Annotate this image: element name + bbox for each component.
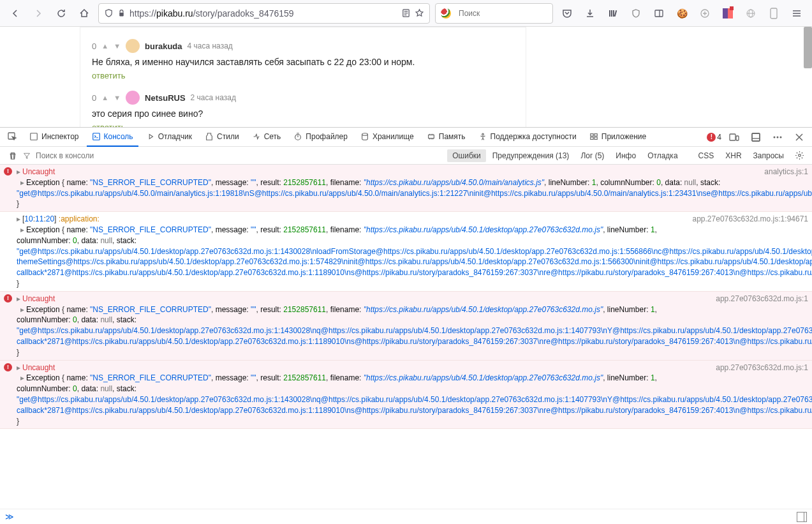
console-settings-icon[interactable] (790, 147, 808, 165)
url-bar[interactable]: https://pikabu.ru/story/paradoks_8476159 (98, 3, 430, 24)
home-button[interactable] (75, 4, 93, 22)
responsive-mode-icon[interactable] (725, 128, 743, 146)
svg-rect-5 (609, 10, 610, 17)
upvote-icon[interactable]: ▲ (101, 94, 108, 101)
svg-rect-31 (736, 136, 739, 140)
console-message: ▸[10:11:20] :application:▸Exception { na… (0, 212, 812, 292)
tab-profiler[interactable]: Профайлер (288, 128, 353, 147)
filter-xhr[interactable]: XHR (720, 149, 746, 162)
forward-button[interactable] (29, 4, 47, 22)
inspect-element-icon[interactable] (4, 128, 22, 146)
ext-4-icon[interactable] (742, 4, 760, 22)
username[interactable]: burakuda (145, 41, 182, 51)
svg-rect-15 (771, 8, 777, 19)
svg-point-40 (798, 154, 801, 157)
filter-info[interactable]: Инфо (610, 149, 641, 162)
tab-debugger[interactable]: Отладчик (141, 128, 197, 147)
library-icon[interactable] (604, 4, 622, 22)
avatar[interactable] (126, 91, 140, 105)
avatar[interactable] (126, 39, 140, 53)
svg-point-23 (362, 133, 368, 135)
console-output[interactable]: !▸Uncaught▸Exception { name: "NS_ERROR_F… (0, 165, 812, 509)
reader-mode-icon[interactable] (401, 8, 411, 18)
svg-point-25 (482, 133, 484, 135)
filter-debug[interactable]: Отладка (642, 149, 683, 162)
devtools: Инспектор Консоль Отладчик Стили Сеть Пр… (0, 127, 812, 524)
svg-point-35 (774, 136, 776, 138)
search-input[interactable] (459, 9, 547, 18)
filter-requests[interactable]: Запросы (748, 149, 789, 162)
filter-icon (23, 152, 31, 160)
filter-log[interactable]: Лог (5) (575, 149, 609, 162)
back-button[interactable] (6, 4, 24, 22)
tab-network[interactable]: Сеть (247, 128, 286, 147)
tab-memory[interactable]: Память (422, 128, 471, 147)
svg-rect-27 (594, 133, 597, 136)
ext-shield-icon[interactable] (627, 4, 645, 22)
error-icon: ! (4, 167, 12, 176)
svg-rect-24 (428, 135, 434, 138)
expand-twisty-icon[interactable]: ▸ (17, 363, 20, 373)
comment-body: это серия про синее вино? (92, 109, 514, 119)
comment-body: Не бляха, я именно научился заставлять с… (92, 57, 514, 67)
upvote-icon[interactable]: ▲ (101, 42, 108, 50)
expand-twisty-icon[interactable]: ▸ (20, 373, 24, 384)
filter-warnings[interactable]: Предупреждения (13) (487, 149, 575, 162)
message-location[interactable]: app.27e0763c632d.mo.js:1 (716, 363, 808, 427)
tab-styles[interactable]: Стили (200, 128, 244, 147)
console-filter-input[interactable] (36, 151, 446, 160)
comment-rating: 0 (92, 41, 96, 51)
expand-twisty-icon[interactable]: ▸ (17, 167, 20, 177)
svg-point-37 (780, 136, 782, 138)
console-message: !▸Uncaught▸Exception { name: "NS_ERROR_F… (0, 292, 812, 361)
scrollbar-thumb[interactable] (804, 27, 812, 68)
svg-rect-9 (655, 10, 663, 17)
bookmark-star-icon[interactable] (415, 8, 424, 18)
comment: 0 ▲ ▼ NetsuRUS 2 часа назад это серия пр… (92, 86, 514, 127)
console-filter-bar: Ошибки Предупреждения (13) Лог (5) Инфо … (0, 147, 812, 165)
expand-twisty-icon[interactable]: ▸ (20, 225, 24, 236)
split-console-icon[interactable] (797, 512, 807, 522)
hamburger-menu-icon[interactable] (788, 4, 806, 22)
downvote-icon[interactable]: ▼ (114, 94, 121, 101)
dock-side-icon[interactable] (747, 128, 765, 146)
expand-twisty-icon[interactable]: ▸ (17, 214, 20, 225)
more-icon[interactable] (769, 128, 786, 146)
downvote-icon[interactable]: ▼ (114, 42, 121, 50)
expand-twisty-icon[interactable]: ▸ (20, 304, 24, 315)
ext-1-icon[interactable]: 🍪 (673, 4, 691, 22)
tab-console[interactable]: Консоль (87, 128, 138, 147)
devtools-toolbar: Инспектор Консоль Отладчик Стили Сеть Пр… (0, 128, 812, 147)
ext-2-icon[interactable] (696, 4, 714, 22)
sidebar-icon[interactable] (650, 4, 668, 22)
close-devtools-icon[interactable] (790, 128, 808, 146)
ext-3-icon[interactable] (719, 4, 737, 22)
tab-inspector[interactable]: Инспектор (24, 128, 84, 147)
username[interactable]: NetsuRUS (145, 93, 186, 103)
expand-twisty-icon[interactable]: ▸ (20, 177, 24, 188)
message-location[interactable]: app.27e0763c632d.mo.js:1:94671 (693, 214, 808, 289)
search-bar[interactable] (435, 3, 553, 24)
console-input-row[interactable]: ≫ (0, 509, 812, 524)
tab-accessibility[interactable]: Поддержка доступности (473, 128, 582, 147)
search-engine-icon (441, 8, 451, 19)
ext-5-icon[interactable] (765, 4, 783, 22)
message-location[interactable]: app.27e0763c632d.mo.js:1 (716, 294, 808, 358)
tab-storage[interactable]: Хранилище (355, 128, 419, 147)
filter-css[interactable]: CSS (693, 149, 720, 162)
reload-button[interactable] (52, 4, 70, 22)
tab-application[interactable]: Приложение (584, 128, 651, 147)
message-location[interactable]: analytics.js:1 (764, 167, 808, 209)
reply-link[interactable]: ответить (92, 123, 125, 127)
svg-rect-28 (591, 137, 593, 139)
svg-rect-32 (752, 133, 760, 141)
pocket-icon[interactable] (558, 4, 576, 22)
filter-errors[interactable]: Ошибки (447, 149, 486, 162)
expand-twisty-icon[interactable]: ▸ (17, 294, 20, 304)
reply-link[interactable]: ответить (92, 71, 125, 80)
clear-console-icon[interactable] (4, 147, 22, 165)
svg-rect-30 (730, 134, 735, 140)
comment-rating: 0 (92, 93, 96, 103)
error-indicator-icon[interactable]: ! (707, 133, 716, 142)
downloads-icon[interactable] (581, 4, 599, 22)
